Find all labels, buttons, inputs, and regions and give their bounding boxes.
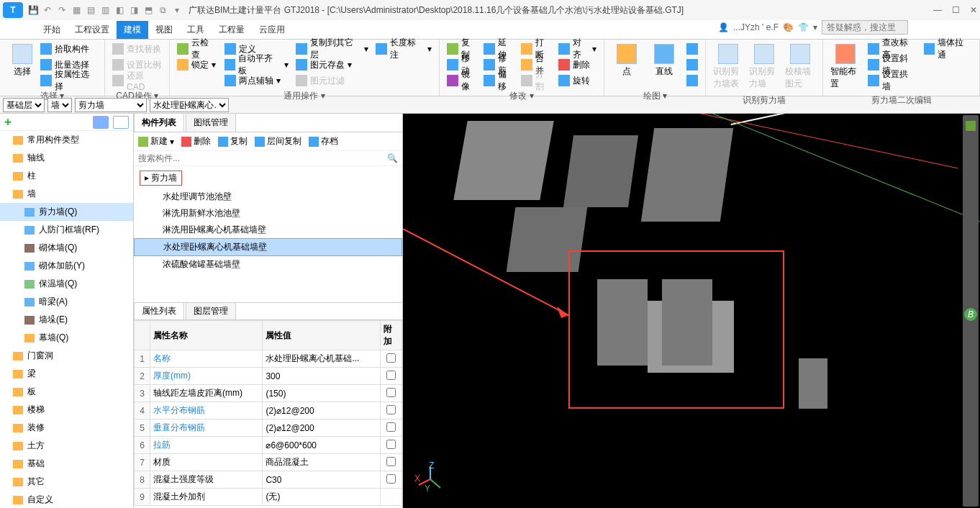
menu-quantity[interactable]: 工程量 bbox=[212, 21, 252, 39]
close-button[interactable]: ✕ bbox=[970, 5, 977, 15]
nav-shearwall[interactable]: 剪力墙(Q) bbox=[0, 203, 133, 221]
view-list-icon[interactable] bbox=[93, 116, 109, 129]
tab-layer[interactable]: 图层管理 bbox=[186, 302, 236, 319]
addon-checkbox[interactable] bbox=[386, 405, 396, 414]
two-point-aux[interactable]: 两点辅轴 ▾ bbox=[223, 73, 290, 89]
list-item[interactable]: 淋洗用新鲜水池池壁 bbox=[134, 205, 402, 222]
nav-finish[interactable]: 装修 bbox=[0, 419, 133, 437]
qat-redo-icon[interactable]: ↷ bbox=[56, 4, 68, 16]
select-by-property[interactable]: 按属性选择 bbox=[39, 73, 99, 89]
nav-pier[interactable]: 墙垛(E) bbox=[0, 311, 133, 329]
floor-copy-button[interactable]: 层间复制 bbox=[255, 135, 301, 148]
auto-level[interactable]: 自动平齐板 ▾ bbox=[223, 57, 290, 73]
nav-earth[interactable]: 土方 bbox=[0, 437, 133, 455]
rotate[interactable]: 旋转 bbox=[557, 73, 599, 89]
set-arch[interactable]: 设置拱墙 bbox=[866, 73, 917, 89]
nav-column[interactable]: 柱 bbox=[0, 167, 133, 185]
addon-checkbox[interactable] bbox=[386, 371, 396, 380]
nav-reinforce[interactable]: 砌体加筋(Y) bbox=[0, 257, 133, 275]
dropdown-icon[interactable]: ▾ bbox=[813, 22, 817, 32]
list-item[interactable]: 淋洗用卧螺离心机基础墙壁 bbox=[134, 222, 402, 238]
qat-btn[interactable]: ◧ bbox=[114, 4, 125, 16]
qat-btn[interactable]: ▥ bbox=[99, 4, 111, 16]
addon-checkbox[interactable] bbox=[386, 422, 396, 432]
view-grid-icon[interactable] bbox=[113, 116, 129, 129]
list-item[interactable]: 浓硫酸储罐基础墙壁 bbox=[134, 256, 402, 273]
menu-view[interactable]: 视图 bbox=[148, 21, 180, 39]
nav-common[interactable]: 常用构件类型 bbox=[0, 131, 133, 149]
copy-to-layer[interactable]: 复制到其它层 ▾ bbox=[294, 41, 370, 57]
mirror[interactable]: 镜像 bbox=[445, 73, 480, 89]
type-select[interactable]: 剪力墙 bbox=[75, 98, 147, 112]
copy-button[interactable]: 复制 bbox=[218, 135, 248, 148]
menu-cloud[interactable]: 云应用 bbox=[252, 21, 292, 39]
floor-select[interactable]: 基础层 bbox=[3, 98, 45, 112]
nav-custom[interactable]: 自定义 bbox=[0, 491, 133, 508]
menu-start[interactable]: 开始 bbox=[36, 21, 68, 39]
addon-checkbox[interactable] bbox=[386, 353, 396, 363]
user-icon[interactable]: 👤 bbox=[718, 22, 729, 32]
tab-drawing-mgr[interactable]: 图纸管理 bbox=[186, 113, 236, 132]
pick-component[interactable]: 拾取构件 bbox=[39, 41, 99, 57]
qat-undo-icon[interactable]: ↶ bbox=[42, 4, 53, 16]
qat-btn[interactable]: ▦ bbox=[71, 4, 82, 16]
delete[interactable]: 删除 bbox=[557, 57, 599, 73]
search-icon[interactable]: 🔍 bbox=[387, 153, 398, 163]
length-dim[interactable]: 长度标注 ▾ bbox=[374, 41, 432, 57]
palette-icon[interactable]: 🎨 bbox=[783, 22, 794, 32]
nav-rf[interactable]: 人防门框墙(RF) bbox=[0, 221, 133, 239]
nav-curtain[interactable]: 幕墙(Q) bbox=[0, 329, 133, 347]
tab-component-list[interactable]: 构件列表 bbox=[134, 113, 184, 132]
nav-wall[interactable]: 墙 bbox=[0, 185, 133, 203]
del-button[interactable]: 删除 bbox=[181, 135, 211, 148]
qat-btn[interactable]: ◨ bbox=[128, 4, 140, 16]
help-search[interactable] bbox=[822, 20, 908, 35]
nav-beam[interactable]: 梁 bbox=[0, 365, 133, 383]
minimize-button[interactable]: — bbox=[933, 5, 942, 15]
qat-save-icon[interactable]: 💾 bbox=[27, 4, 39, 16]
component-select[interactable]: 水处理卧螺离心… bbox=[150, 98, 229, 112]
offset[interactable]: 偏移 bbox=[482, 73, 517, 89]
smart-layout[interactable]: 智能布置 bbox=[829, 41, 862, 93]
align[interactable]: 对齐 ▾ bbox=[557, 41, 599, 57]
nav-hidden-beam[interactable]: 暗梁(A) bbox=[0, 293, 133, 311]
shirt-icon[interactable]: 👕 bbox=[798, 22, 809, 32]
list-item[interactable]: 水处理调节池池壁 bbox=[134, 189, 402, 205]
new-button[interactable]: 新建 ▾ bbox=[138, 135, 174, 148]
menu-model[interactable]: 建模 bbox=[117, 21, 148, 39]
addon-checkbox[interactable] bbox=[386, 388, 396, 397]
save-element[interactable]: 图元存盘 ▾ bbox=[294, 57, 370, 73]
point-button[interactable]: 点 bbox=[610, 41, 643, 89]
category-select[interactable]: 墙 bbox=[47, 98, 72, 112]
3d-viewport[interactable]: Z X Y B bbox=[403, 114, 980, 508]
select-button[interactable]: 选择 bbox=[6, 41, 39, 89]
wall-through[interactable]: 墙体拉通 bbox=[922, 41, 974, 57]
addon-checkbox[interactable] bbox=[386, 457, 396, 466]
add-icon[interactable]: ✚ bbox=[4, 117, 12, 127]
qat-dropdown-icon[interactable]: ▾ bbox=[171, 4, 183, 16]
nav-other[interactable]: 其它 bbox=[0, 473, 133, 491]
home-icon[interactable] bbox=[966, 121, 976, 131]
nav-slab[interactable]: 板 bbox=[0, 383, 133, 401]
nav-insulation[interactable]: 保温墙(Q) bbox=[0, 275, 133, 293]
nav-foundation[interactable]: 基础 bbox=[0, 455, 133, 473]
maximize-button[interactable]: ☐ bbox=[952, 5, 960, 15]
nav-masonry[interactable]: 砌体墙(Q) bbox=[0, 239, 133, 257]
lock[interactable]: 锁定 ▾ bbox=[176, 57, 219, 73]
list-item-selected[interactable]: 水处理卧螺离心机基础墙壁 bbox=[134, 238, 402, 256]
line-button[interactable]: 直线 bbox=[648, 41, 681, 89]
addon-checkbox[interactable] bbox=[386, 440, 396, 449]
cloud-check[interactable]: 云检查 bbox=[176, 41, 219, 57]
archive-button[interactable]: 存档 bbox=[309, 135, 338, 148]
nav-stair[interactable]: 楼梯 bbox=[0, 401, 133, 419]
nav-opening[interactable]: 门窗洞 bbox=[0, 347, 133, 365]
component-group-header[interactable]: ▸ 剪力墙 bbox=[140, 171, 182, 186]
qat-btn[interactable]: ⬒ bbox=[142, 4, 154, 16]
addon-checkbox[interactable] bbox=[386, 474, 396, 484]
qat-btn[interactable]: ▤ bbox=[85, 4, 96, 16]
nav-axis[interactable]: 轴线 bbox=[0, 149, 133, 167]
component-search[interactable] bbox=[138, 153, 387, 163]
menu-project[interactable]: 工程设置 bbox=[68, 21, 117, 39]
tab-property[interactable]: 属性列表 bbox=[134, 302, 184, 319]
qat-btn[interactable]: ⧉ bbox=[157, 4, 168, 16]
